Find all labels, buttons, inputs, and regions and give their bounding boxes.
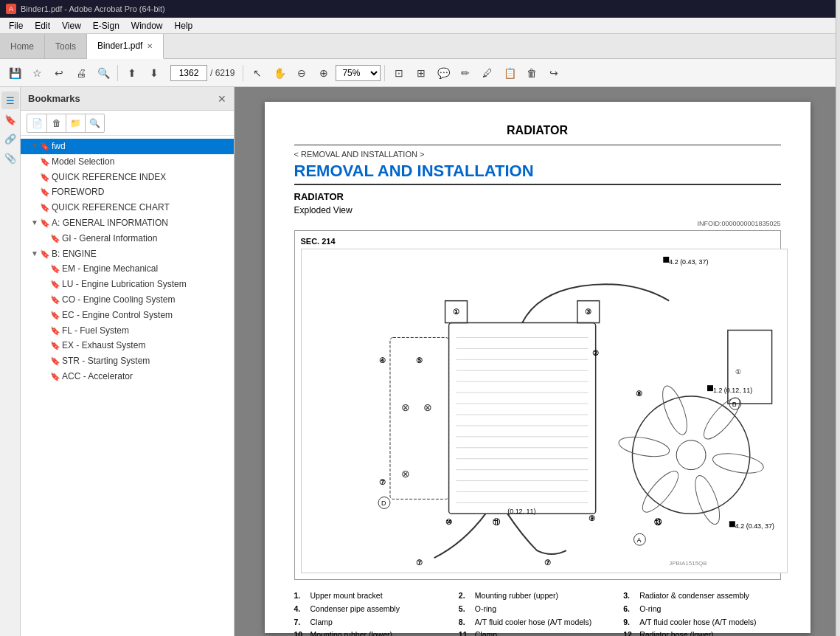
- part-num-3: 3.: [623, 590, 636, 602]
- zoom-select[interactable]: 75% 50% 100% 125% 150%: [336, 65, 381, 81]
- svg-text:⊗: ⊗: [400, 468, 409, 480]
- next-page-button[interactable]: ⬇: [144, 63, 164, 83]
- part-label-11: Clamp: [475, 629, 497, 636]
- menu-file[interactable]: File: [3, 19, 29, 32]
- bookmark-gi[interactable]: 🔖 GI - General Information: [21, 231, 234, 246]
- bookmark-str[interactable]: 🔖 STR - Starting System: [21, 353, 234, 369]
- bookmark-acc[interactable]: 🔖 ACC - Accelerator: [21, 369, 234, 384]
- delete-button[interactable]: 🗑: [521, 63, 542, 83]
- highlight-button[interactable]: ✏: [455, 63, 476, 83]
- svg-text:⑨: ⑨: [588, 514, 594, 522]
- svg-text:⑦: ⑦: [379, 478, 386, 486]
- page-number-input[interactable]: [170, 65, 207, 81]
- fit-page-button[interactable]: ⊡: [389, 63, 409, 83]
- svg-text:⑦: ⑦: [415, 559, 422, 567]
- bookmark-quick-ref-index[interactable]: 🔖 QUICK REFERENCE INDEX: [21, 170, 234, 185]
- sidebar-delete-btn[interactable]: 🗑: [46, 114, 66, 132]
- zoom-out-button[interactable]: ⊖: [291, 63, 312, 83]
- tab-home[interactable]: Home: [0, 34, 45, 58]
- toolbar-sep-2: [243, 65, 243, 81]
- nav-panel-icon[interactable]: ☰: [1, 91, 19, 109]
- back-button[interactable]: ↩: [49, 63, 69, 83]
- left-panel: ☰ 🔖 🔗 📎: [0, 87, 21, 636]
- toggle-fwd[interactable]: ▼: [29, 140, 40, 151]
- sign-button[interactable]: 🖊: [477, 63, 498, 83]
- bookmark-fwd[interactable]: ▼ 🔖 fwd: [21, 139, 234, 154]
- bookmark-lu[interactable]: 🔖 LU - Engine Lubrication System: [21, 277, 234, 292]
- sidebar-new-btn[interactable]: 📄: [27, 114, 46, 132]
- bookmark-label-ec: EC - Engine Control System: [60, 309, 231, 322]
- bookmark-icon-qrc: 🔖: [40, 201, 50, 213]
- svg-text:①: ①: [735, 368, 740, 376]
- window-title: Binder1.pdf - Adobe Acrobat Pro (64-bit): [21, 4, 165, 13]
- svg-text:②: ②: [591, 349, 598, 357]
- sidebar-header: Bookmarks ✕: [21, 87, 234, 111]
- svg-text:1.2 (0.12, 11): 1.2 (0.12, 11): [712, 387, 752, 394]
- link-panel-icon[interactable]: 🔗: [1, 130, 19, 148]
- svg-text:4.2 (0.43, 37): 4.2 (0.43, 37): [735, 522, 774, 530]
- bookmark-label-ex: EX - Exhaust System: [60, 339, 231, 352]
- menu-view[interactable]: View: [56, 19, 87, 32]
- save-button[interactable]: 💾: [4, 63, 25, 83]
- menu-edit[interactable]: Edit: [29, 19, 56, 32]
- bookmark-general-info[interactable]: ▼ 🔖 A: GENERAL INFORMATION: [21, 215, 234, 231]
- part-label-10: Mounting rubber (lower): [310, 629, 392, 636]
- tab-tools[interactable]: Tools: [45, 34, 87, 58]
- menu-esign[interactable]: E-Sign: [87, 19, 125, 32]
- toggle-engine[interactable]: ▼: [29, 248, 40, 259]
- bookmark-ec[interactable]: 🔖 EC - Engine Control System: [21, 308, 234, 323]
- bookmark-model-selection[interactable]: 🔖 Model Selection: [21, 154, 234, 170]
- svg-text:①: ①: [452, 308, 459, 316]
- find-button[interactable]: 🔍: [93, 63, 114, 83]
- zoom-in-button[interactable]: ⊕: [313, 63, 334, 83]
- bookmark-icon-gi: 🔖: [50, 232, 60, 244]
- bookmark-co[interactable]: 🔖 CO - Engine Cooling System: [21, 292, 234, 308]
- bookmark-icon-ec: 🔖: [50, 309, 60, 321]
- tab-binder[interactable]: Binder1.pdf ✕: [87, 34, 164, 59]
- select-tool-button[interactable]: ↖: [247, 63, 268, 83]
- bookmark-quick-ref-chart[interactable]: 🔖 QUICK REFERENCE CHART: [21, 200, 234, 215]
- part-num-1: 1.: [294, 590, 308, 602]
- part-1: 1. Upper mount bracket: [294, 590, 451, 602]
- bookmark-panel-icon[interactable]: 🔖: [1, 111, 19, 128]
- menu-window[interactable]: Window: [125, 19, 169, 32]
- bookmark-ex[interactable]: 🔖 EX - Exhaust System: [21, 338, 234, 353]
- attachment-panel-icon[interactable]: 📎: [1, 149, 19, 167]
- menu-help[interactable]: Help: [169, 19, 199, 32]
- bookmark-foreword[interactable]: 🔖 FOREWORD: [21, 184, 234, 200]
- bookmark-engine[interactable]: ▼ 🔖 B: ENGINE: [21, 246, 234, 262]
- part-num-10: 10.: [294, 629, 308, 636]
- bookmark-add-button[interactable]: ☆: [27, 63, 47, 83]
- print-button[interactable]: 🖨: [71, 63, 91, 83]
- comment-button[interactable]: 💬: [433, 63, 454, 83]
- bookmark-em[interactable]: 🔖 EM - Engine Mechanical: [21, 261, 234, 277]
- fit-width-button[interactable]: ⊞: [411, 63, 431, 83]
- svg-text:B: B: [732, 401, 736, 408]
- bookmark-icon-str: 🔖: [50, 355, 60, 367]
- part-label-1: Upper mount bracket: [310, 590, 383, 602]
- prev-page-button[interactable]: ⬆: [122, 63, 142, 83]
- sidebar-close-button[interactable]: ✕: [218, 93, 226, 105]
- sidebar-find-btn[interactable]: 🔍: [85, 114, 104, 132]
- stamp-button[interactable]: 📋: [499, 63, 520, 83]
- toolbar-sep-3: [384, 65, 385, 81]
- svg-text:⑪: ⑪: [493, 518, 501, 526]
- part-num-8: 8.: [459, 617, 472, 629]
- svg-rect-3: [729, 521, 735, 527]
- bookmark-fl[interactable]: 🔖 FL - Fuel System: [21, 323, 234, 339]
- tab-close-button[interactable]: ✕: [147, 42, 153, 50]
- pdf-page: RADIATOR < REMOVAL AND INSTALLATION > RE…: [265, 102, 811, 633]
- hand-tool-button[interactable]: ✋: [269, 63, 290, 83]
- pdf-caption: Exploded View: [294, 205, 781, 215]
- part-8: 8. A/T fluid cooler hose (A/T models): [459, 617, 616, 629]
- pdf-header-title: RADIATOR: [294, 124, 781, 137]
- redo-button[interactable]: ↪: [544, 63, 564, 83]
- title-bar: A Binder1.pdf - Adobe Acrobat Pro (64-bi…: [0, 0, 840, 18]
- bookmark-icon-fw: 🔖: [40, 186, 50, 198]
- sidebar-move-btn[interactable]: 📁: [66, 114, 85, 132]
- toggle-general[interactable]: ▼: [29, 217, 40, 228]
- svg-text:③: ③: [584, 308, 591, 316]
- svg-point-30: [636, 466, 683, 517]
- pdf-area[interactable]: RADIATOR < REMOVAL AND INSTALLATION > RE…: [235, 87, 840, 636]
- pdf-ref: INFOID:0000000001835025: [294, 220, 781, 227]
